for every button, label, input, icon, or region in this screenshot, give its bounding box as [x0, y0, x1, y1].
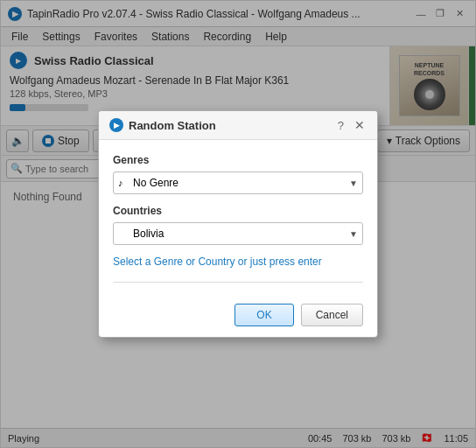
random-station-modal: ▶ Random Station ? ✕ Genres ♪ No Genre P…	[98, 110, 378, 338]
modal-body: Genres ♪ No Genre Pop Rock Classical ▼ C…	[99, 140, 377, 297]
modal-close-button[interactable]: ✕	[353, 118, 367, 132]
cancel-button[interactable]: Cancel	[301, 304, 363, 326]
countries-select-wrapper: Bolivia 🇨🇭 Switzerland 🇩🇪 Germany ▼	[113, 222, 363, 245]
modal-header: ▶ Random Station ? ✕	[99, 111, 377, 140]
modal-help-button[interactable]: ?	[338, 119, 344, 132]
modal-title: Random Station	[129, 119, 332, 132]
genre-icon: ♪	[118, 178, 123, 188]
genres-label: Genres	[113, 154, 363, 166]
ok-button[interactable]: OK	[234, 304, 293, 326]
hint-text[interactable]: Select a Genre or Country or just press …	[113, 256, 363, 268]
countries-label: Countries	[113, 205, 363, 217]
modal-divider	[113, 282, 363, 283]
genres-select[interactable]: No Genre Pop Rock Classical	[113, 172, 363, 194]
main-window: ▶ TapinRadio Pro v2.07.4 - Swiss Radio C…	[0, 0, 476, 448]
genres-select-wrapper: ♪ No Genre Pop Rock Classical ▼	[113, 172, 363, 194]
modal-overlay: ▶ Random Station ? ✕ Genres ♪ No Genre P…	[1, 1, 475, 447]
modal-footer: OK Cancel	[99, 297, 377, 337]
modal-title-icon: ▶	[109, 118, 123, 132]
countries-select[interactable]: Bolivia 🇨🇭 Switzerland 🇩🇪 Germany	[113, 222, 363, 245]
